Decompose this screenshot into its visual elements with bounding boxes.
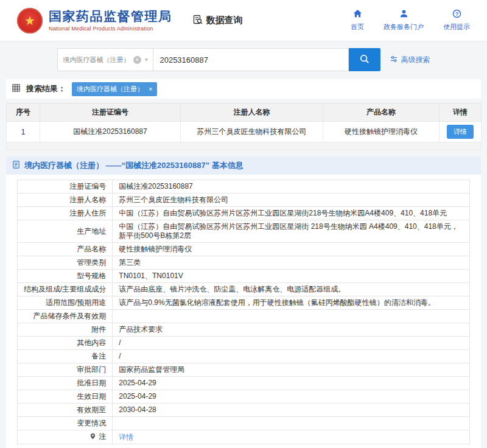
detail-label: 产品名称 [18, 243, 113, 256]
detail-row: 结构及组成/主要组成成分该产品由底座、镜片冲洗仓、防尘盖、电泳解离仓、电源适配器… [18, 283, 470, 296]
detail-label: 批准日期 [18, 377, 113, 390]
detail-row: 产品储存条件及有效期 [18, 310, 470, 323]
category-select[interactable]: 境内医疗器械（注册） × ▼ [57, 48, 153, 71]
detail-row: 注册证编号国械注准20253160887 [18, 180, 470, 194]
nav-home[interactable]: 首页 [351, 9, 364, 32]
detail-value: 中国（江苏）自由贸易试验区苏州片区苏州工业园区星湖街 218号生物纳米园 A4楼… [113, 220, 470, 243]
detail-value: 国家药品监督管理局 [113, 363, 470, 377]
col-cert-no: 注册证编号 [40, 103, 181, 122]
close-icon[interactable]: × [149, 86, 152, 93]
search-input[interactable] [153, 48, 349, 71]
org-name-en: National Medical Products Administration [49, 26, 172, 32]
detail-value: 硬性接触镜护理消毒仪 [113, 243, 470, 256]
col-product: 产品名称 [323, 103, 440, 122]
detail-row: 附件产品技术要求 [18, 323, 470, 337]
top-nav: 首页 政务服务门户 ? 使用提示 [351, 9, 470, 32]
results-table-section: 序号 注册证编号 注册人名称 产品名称 详情 1 国械注准20253160887… [6, 103, 481, 150]
search-band: 境内医疗器械（注册） × ▼ 高级搜索 [0, 41, 487, 79]
detail-row-note: 注 详情 [18, 430, 470, 444]
filter-tag-label: 境内医疗器械（注册） [77, 85, 144, 94]
search-button[interactable] [349, 48, 380, 71]
nav-usage-tips-label: 使用提示 [443, 23, 470, 32]
detail-section: 境内医疗器械（注册） ——“国械注准20253160887” 基本信息 注册证编… [6, 156, 481, 448]
cell-product: 硬性接触镜护理消毒仪 [323, 122, 440, 142]
cell-detail: 详情 [440, 122, 482, 142]
detail-value [113, 417, 470, 430]
detail-label: 注册人住所 [18, 207, 113, 220]
results-header-row: 序号 注册证编号 注册人名称 产品名称 详情 [7, 103, 482, 122]
detail-value: 产品技术要求 [113, 323, 470, 337]
detail-label: 变更情况 [18, 417, 113, 430]
detail-label: 附件 [18, 323, 113, 337]
cell-cert-no: 国械注准20253160887 [40, 122, 181, 142]
detail-row: 有效期至2030-04-28 [18, 404, 470, 417]
detail-value: 第三类 [113, 256, 470, 270]
advanced-search-link[interactable]: 高级搜索 [390, 55, 430, 65]
detail-table: 注册证编号国械注准20253160887注册人名称苏州三个臭皮匠生物科技有限公司… [17, 180, 470, 444]
clear-icon[interactable]: × [133, 56, 141, 64]
detail-row: 产品名称硬性接触镜护理消毒仪 [18, 243, 470, 256]
detail-label: 结构及组成/主要组成成分 [18, 283, 113, 296]
detail-label: 生效日期 [18, 390, 113, 404]
detail-row: 批准日期2025-04-29 [18, 377, 470, 390]
app-title-label: 数据查询 [206, 15, 243, 26]
col-registrant: 注册人名称 [181, 103, 323, 122]
detail-label: 管理类别 [18, 256, 113, 270]
category-select-value: 境内医疗器械（注册） [63, 55, 130, 65]
home-icon [353, 9, 362, 21]
detail-value: 2025-04-29 [113, 377, 470, 390]
svg-text:?: ? [455, 11, 458, 17]
detail-row: 适用范围/预期用途该产品与0.9%无菌氯化钠溶液配套使用，用于硬性接触镜（氟硅丙… [18, 296, 470, 310]
detail-title-text: 境内医疗器械（注册） ——“国械注准20253160887” 基本信息 [24, 160, 244, 171]
user-icon [399, 9, 408, 21]
detail-label: 注册人名称 [18, 194, 113, 207]
nmpa-emblem-icon: ★ [17, 8, 43, 33]
data-query-icon [193, 15, 203, 26]
detail-label: 注 [18, 430, 113, 444]
detail-label: 产品储存条件及有效期 [18, 310, 113, 323]
detail-label: 适用范围/预期用途 [18, 296, 113, 310]
logo-block: ★ 国家药品监督管理局 National Medical Products Ad… [17, 8, 172, 33]
nav-home-label: 首页 [351, 23, 364, 32]
detail-button[interactable]: 详情 [447, 125, 474, 139]
detail-value: / [113, 337, 470, 350]
col-detail: 详情 [440, 103, 482, 122]
detail-row: 变更情况 [18, 417, 470, 430]
nav-usage-tips[interactable]: ? 使用提示 [443, 9, 470, 32]
cell-registrant: 苏州三个臭皮匠生物科技有限公司 [181, 122, 323, 142]
search-bar: 境内医疗器械（注册） × ▼ 高级搜索 [57, 48, 430, 71]
detail-row: 备注/ [18, 350, 470, 363]
detail-label: 审批部门 [18, 363, 113, 377]
results-label: 搜索结果： [26, 83, 66, 94]
detail-label: 其他内容 [18, 337, 113, 350]
search-icon [359, 54, 370, 66]
col-index: 序号 [7, 103, 40, 122]
detail-row: 其他内容/ [18, 337, 470, 350]
detail-row: 注册人住所中国（江苏）自由贸易试验区苏州片区苏州工业园区星湖街218号生物纳米园… [18, 207, 470, 220]
nav-gov-portal[interactable]: 政务服务门户 [384, 9, 424, 32]
detail-row: 生效日期2025-04-29 [18, 390, 470, 404]
site-header: ★ 国家药品监督管理局 National Medical Products Ad… [0, 0, 487, 41]
nav-gov-portal-label: 政务服务门户 [384, 23, 424, 32]
table-row: 1 国械注准20253160887 苏州三个臭皮匠生物科技有限公司 硬性接触镜护… [7, 122, 482, 142]
detail-value: 苏州三个臭皮匠生物科技有限公司 [113, 194, 470, 207]
note-pin-icon [89, 433, 96, 441]
org-name: 国家药品监督管理局 [49, 9, 172, 24]
note-label: 注 [99, 432, 106, 441]
detail-label: 注册证编号 [18, 180, 113, 194]
detail-value: 详情 [113, 430, 470, 444]
detail-row: 注册人名称苏州三个臭皮匠生物科技有限公司 [18, 194, 470, 207]
detail-value: 中国（江苏）自由贸易试验区苏州片区苏州工业园区星湖街218号生物纳米园A4楼40… [113, 207, 470, 220]
grid-icon [12, 83, 20, 94]
detail-row: 审批部门国家药品监督管理局 [18, 363, 470, 377]
results-header: 搜索结果： 境内医疗器械（注册） × [6, 79, 481, 99]
filter-icon [390, 55, 398, 65]
detail-value: 2025-04-29 [113, 390, 470, 404]
detail-value [113, 310, 470, 323]
table-footer [6, 142, 481, 150]
cell-index: 1 [7, 122, 40, 142]
help-icon: ? [452, 9, 461, 21]
app-title: 数据查询 [193, 15, 243, 26]
filter-tag[interactable]: 境内医疗器械（注册） × [72, 82, 157, 96]
note-detail-link[interactable]: 详情 [119, 433, 133, 441]
